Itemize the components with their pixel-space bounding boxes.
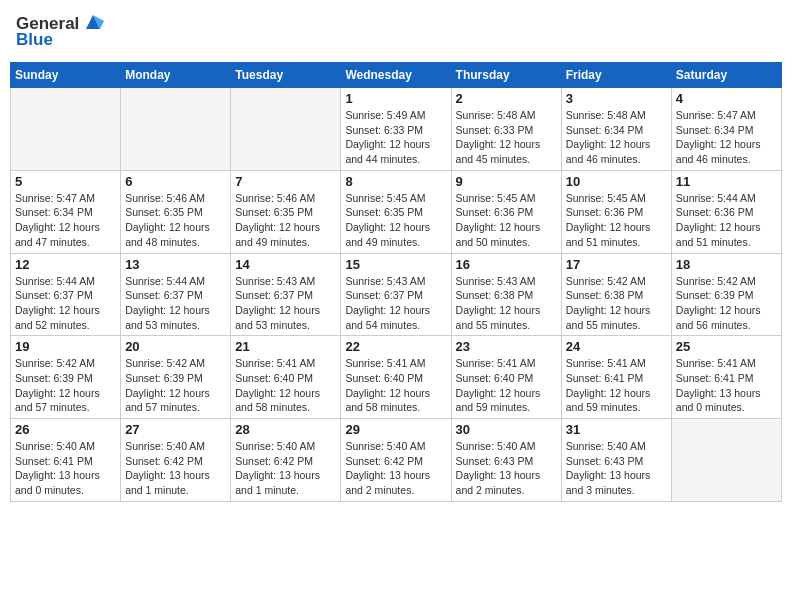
day-info: Sunrise: 5:44 AMSunset: 6:36 PMDaylight:… bbox=[676, 191, 777, 250]
day-number: 27 bbox=[125, 422, 226, 437]
day-info: Sunrise: 5:48 AMSunset: 6:33 PMDaylight:… bbox=[456, 108, 557, 167]
day-info: Sunrise: 5:45 AMSunset: 6:36 PMDaylight:… bbox=[456, 191, 557, 250]
day-cell-3: 3Sunrise: 5:48 AMSunset: 6:34 PMDaylight… bbox=[561, 88, 671, 171]
day-cell-7: 7Sunrise: 5:46 AMSunset: 6:35 PMDaylight… bbox=[231, 170, 341, 253]
week-row-1: 1Sunrise: 5:49 AMSunset: 6:33 PMDaylight… bbox=[11, 88, 782, 171]
day-info: Sunrise: 5:41 AMSunset: 6:41 PMDaylight:… bbox=[566, 356, 667, 415]
week-row-5: 26Sunrise: 5:40 AMSunset: 6:41 PMDayligh… bbox=[11, 419, 782, 502]
day-cell-26: 26Sunrise: 5:40 AMSunset: 6:41 PMDayligh… bbox=[11, 419, 121, 502]
day-number: 4 bbox=[676, 91, 777, 106]
day-cell-19: 19Sunrise: 5:42 AMSunset: 6:39 PMDayligh… bbox=[11, 336, 121, 419]
day-number: 1 bbox=[345, 91, 446, 106]
day-cell-12: 12Sunrise: 5:44 AMSunset: 6:37 PMDayligh… bbox=[11, 253, 121, 336]
day-number: 28 bbox=[235, 422, 336, 437]
day-number: 29 bbox=[345, 422, 446, 437]
day-info: Sunrise: 5:49 AMSunset: 6:33 PMDaylight:… bbox=[345, 108, 446, 167]
day-cell-5: 5Sunrise: 5:47 AMSunset: 6:34 PMDaylight… bbox=[11, 170, 121, 253]
day-info: Sunrise: 5:47 AMSunset: 6:34 PMDaylight:… bbox=[15, 191, 116, 250]
day-number: 15 bbox=[345, 257, 446, 272]
week-row-3: 12Sunrise: 5:44 AMSunset: 6:37 PMDayligh… bbox=[11, 253, 782, 336]
day-info: Sunrise: 5:42 AMSunset: 6:38 PMDaylight:… bbox=[566, 274, 667, 333]
weekday-header-thursday: Thursday bbox=[451, 63, 561, 88]
day-cell-17: 17Sunrise: 5:42 AMSunset: 6:38 PMDayligh… bbox=[561, 253, 671, 336]
day-number: 8 bbox=[345, 174, 446, 189]
day-number: 18 bbox=[676, 257, 777, 272]
day-info: Sunrise: 5:43 AMSunset: 6:37 PMDaylight:… bbox=[235, 274, 336, 333]
day-number: 20 bbox=[125, 339, 226, 354]
day-cell-28: 28Sunrise: 5:40 AMSunset: 6:42 PMDayligh… bbox=[231, 419, 341, 502]
day-info: Sunrise: 5:40 AMSunset: 6:42 PMDaylight:… bbox=[125, 439, 226, 498]
day-number: 19 bbox=[15, 339, 116, 354]
day-cell-10: 10Sunrise: 5:45 AMSunset: 6:36 PMDayligh… bbox=[561, 170, 671, 253]
day-cell-20: 20Sunrise: 5:42 AMSunset: 6:39 PMDayligh… bbox=[121, 336, 231, 419]
day-info: Sunrise: 5:44 AMSunset: 6:37 PMDaylight:… bbox=[15, 274, 116, 333]
day-cell-27: 27Sunrise: 5:40 AMSunset: 6:42 PMDayligh… bbox=[121, 419, 231, 502]
logo: General Blue bbox=[16, 14, 104, 50]
day-info: Sunrise: 5:45 AMSunset: 6:35 PMDaylight:… bbox=[345, 191, 446, 250]
weekday-header-sunday: Sunday bbox=[11, 63, 121, 88]
day-info: Sunrise: 5:42 AMSunset: 6:39 PMDaylight:… bbox=[676, 274, 777, 333]
day-info: Sunrise: 5:46 AMSunset: 6:35 PMDaylight:… bbox=[125, 191, 226, 250]
day-info: Sunrise: 5:47 AMSunset: 6:34 PMDaylight:… bbox=[676, 108, 777, 167]
weekday-header-row: SundayMondayTuesdayWednesdayThursdayFrid… bbox=[11, 63, 782, 88]
day-number: 30 bbox=[456, 422, 557, 437]
day-cell-31: 31Sunrise: 5:40 AMSunset: 6:43 PMDayligh… bbox=[561, 419, 671, 502]
weekday-header-friday: Friday bbox=[561, 63, 671, 88]
day-number: 25 bbox=[676, 339, 777, 354]
day-cell-1: 1Sunrise: 5:49 AMSunset: 6:33 PMDaylight… bbox=[341, 88, 451, 171]
day-number: 12 bbox=[15, 257, 116, 272]
empty-cell bbox=[121, 88, 231, 171]
day-info: Sunrise: 5:44 AMSunset: 6:37 PMDaylight:… bbox=[125, 274, 226, 333]
day-number: 11 bbox=[676, 174, 777, 189]
day-cell-21: 21Sunrise: 5:41 AMSunset: 6:40 PMDayligh… bbox=[231, 336, 341, 419]
day-cell-25: 25Sunrise: 5:41 AMSunset: 6:41 PMDayligh… bbox=[671, 336, 781, 419]
page-header: General Blue bbox=[10, 10, 782, 54]
day-info: Sunrise: 5:46 AMSunset: 6:35 PMDaylight:… bbox=[235, 191, 336, 250]
weekday-header-saturday: Saturday bbox=[671, 63, 781, 88]
day-number: 9 bbox=[456, 174, 557, 189]
week-row-4: 19Sunrise: 5:42 AMSunset: 6:39 PMDayligh… bbox=[11, 336, 782, 419]
day-cell-15: 15Sunrise: 5:43 AMSunset: 6:37 PMDayligh… bbox=[341, 253, 451, 336]
day-info: Sunrise: 5:42 AMSunset: 6:39 PMDaylight:… bbox=[15, 356, 116, 415]
empty-cell bbox=[11, 88, 121, 171]
day-cell-9: 9Sunrise: 5:45 AMSunset: 6:36 PMDaylight… bbox=[451, 170, 561, 253]
day-number: 7 bbox=[235, 174, 336, 189]
day-info: Sunrise: 5:43 AMSunset: 6:37 PMDaylight:… bbox=[345, 274, 446, 333]
day-number: 26 bbox=[15, 422, 116, 437]
weekday-header-tuesday: Tuesday bbox=[231, 63, 341, 88]
day-number: 2 bbox=[456, 91, 557, 106]
day-cell-16: 16Sunrise: 5:43 AMSunset: 6:38 PMDayligh… bbox=[451, 253, 561, 336]
day-info: Sunrise: 5:48 AMSunset: 6:34 PMDaylight:… bbox=[566, 108, 667, 167]
day-info: Sunrise: 5:40 AMSunset: 6:42 PMDaylight:… bbox=[235, 439, 336, 498]
day-cell-2: 2Sunrise: 5:48 AMSunset: 6:33 PMDaylight… bbox=[451, 88, 561, 171]
day-info: Sunrise: 5:45 AMSunset: 6:36 PMDaylight:… bbox=[566, 191, 667, 250]
empty-cell bbox=[231, 88, 341, 171]
weekday-header-monday: Monday bbox=[121, 63, 231, 88]
day-cell-23: 23Sunrise: 5:41 AMSunset: 6:40 PMDayligh… bbox=[451, 336, 561, 419]
logo-blue-text: Blue bbox=[16, 30, 53, 50]
day-info: Sunrise: 5:42 AMSunset: 6:39 PMDaylight:… bbox=[125, 356, 226, 415]
day-info: Sunrise: 5:40 AMSunset: 6:43 PMDaylight:… bbox=[566, 439, 667, 498]
day-cell-22: 22Sunrise: 5:41 AMSunset: 6:40 PMDayligh… bbox=[341, 336, 451, 419]
day-cell-6: 6Sunrise: 5:46 AMSunset: 6:35 PMDaylight… bbox=[121, 170, 231, 253]
day-info: Sunrise: 5:41 AMSunset: 6:41 PMDaylight:… bbox=[676, 356, 777, 415]
day-info: Sunrise: 5:40 AMSunset: 6:41 PMDaylight:… bbox=[15, 439, 116, 498]
logo-icon bbox=[82, 11, 104, 33]
day-cell-13: 13Sunrise: 5:44 AMSunset: 6:37 PMDayligh… bbox=[121, 253, 231, 336]
day-number: 13 bbox=[125, 257, 226, 272]
day-cell-4: 4Sunrise: 5:47 AMSunset: 6:34 PMDaylight… bbox=[671, 88, 781, 171]
day-number: 21 bbox=[235, 339, 336, 354]
day-info: Sunrise: 5:41 AMSunset: 6:40 PMDaylight:… bbox=[235, 356, 336, 415]
empty-cell bbox=[671, 419, 781, 502]
day-info: Sunrise: 5:40 AMSunset: 6:43 PMDaylight:… bbox=[456, 439, 557, 498]
day-cell-14: 14Sunrise: 5:43 AMSunset: 6:37 PMDayligh… bbox=[231, 253, 341, 336]
day-number: 23 bbox=[456, 339, 557, 354]
day-cell-30: 30Sunrise: 5:40 AMSunset: 6:43 PMDayligh… bbox=[451, 419, 561, 502]
day-cell-18: 18Sunrise: 5:42 AMSunset: 6:39 PMDayligh… bbox=[671, 253, 781, 336]
day-number: 6 bbox=[125, 174, 226, 189]
day-number: 24 bbox=[566, 339, 667, 354]
day-info: Sunrise: 5:41 AMSunset: 6:40 PMDaylight:… bbox=[456, 356, 557, 415]
day-number: 17 bbox=[566, 257, 667, 272]
day-cell-8: 8Sunrise: 5:45 AMSunset: 6:35 PMDaylight… bbox=[341, 170, 451, 253]
day-info: Sunrise: 5:41 AMSunset: 6:40 PMDaylight:… bbox=[345, 356, 446, 415]
